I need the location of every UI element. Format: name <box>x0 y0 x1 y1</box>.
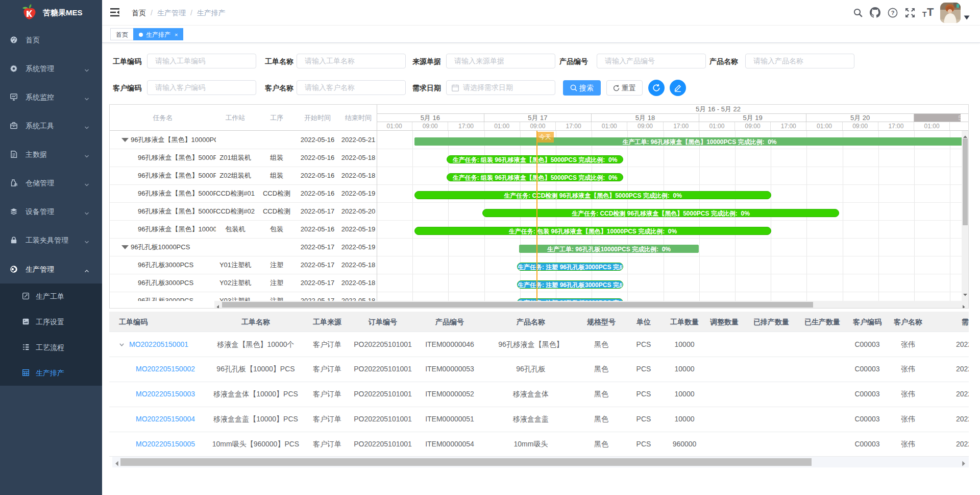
svg-text:?: ? <box>891 10 895 16</box>
